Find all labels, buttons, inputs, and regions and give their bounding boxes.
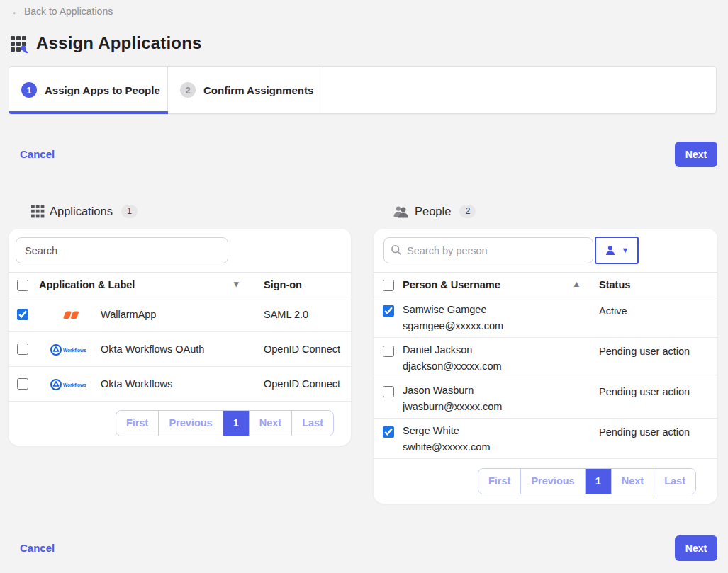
table-row[interactable]: WallarmApp SAML 2.0: [9, 297, 351, 332]
app-signon: SAML 2.0: [264, 297, 308, 332]
people-search-input[interactable]: [383, 237, 593, 263]
applications-panel: Application & Label ▾ Sign-on WallarmApp…: [9, 229, 351, 446]
applications-pagination: First Previous 1 Next Last: [9, 402, 351, 436]
app-name: WallarmApp: [101, 297, 156, 332]
person-username: swhite@xxxxx.com: [403, 441, 491, 453]
people-filter-dropdown-button[interactable]: ▼: [595, 237, 639, 264]
sort-asc-icon: ▴: [574, 278, 579, 289]
people-icon: [393, 205, 410, 218]
okta-workflows-logo-icon: Workflows: [43, 367, 101, 402]
person-status: Active: [599, 305, 627, 317]
person-status: Pending user action: [599, 346, 690, 357]
pagination-next-button[interactable]: Next: [611, 469, 654, 494]
svg-text:Workflows: Workflows: [63, 347, 86, 352]
tabbar-spacer: [323, 67, 716, 113]
pagination-page-1-button[interactable]: 1: [223, 411, 249, 436]
pagination-last-button[interactable]: Last: [654, 469, 695, 494]
tab-assign-apps-to-people[interactable]: 1 Assign Apps to People: [9, 67, 168, 113]
table-row[interactable]: Daniel Jackson djackson@xxxxx.com Pendin…: [374, 338, 717, 378]
people-select-all-checkbox[interactable]: [383, 280, 394, 291]
applications-count-badge: 1: [121, 205, 138, 218]
person-username: sgamgee@xxxxx.com: [403, 320, 503, 331]
back-link[interactable]: ← Back to Applications: [11, 6, 113, 17]
row-checkbox[interactable]: [383, 386, 394, 397]
people-section-title: People: [415, 205, 451, 218]
tab-label: Confirm Assignments: [203, 84, 313, 96]
chevron-down-icon: ▼: [622, 246, 629, 254]
people-col-status: Status: [599, 279, 630, 290]
assign-applications-icon: [10, 34, 29, 53]
person-status: Pending user action: [599, 386, 690, 397]
app-name: Okta Workflows: [101, 367, 172, 402]
person-username: djackson@xxxxx.com: [403, 361, 502, 372]
applications-col-main[interactable]: Application & Label: [39, 279, 135, 290]
applications-section-header: Applications 1: [31, 205, 138, 218]
people-section-header: People 2: [393, 205, 476, 218]
applications-col-signon: Sign-on: [264, 279, 302, 290]
people-pagination: First Previous 1 Next Last: [374, 459, 717, 494]
people-col-main[interactable]: Person & Username: [403, 279, 500, 290]
next-button-top[interactable]: Next: [675, 142, 717, 167]
applications-grid-icon: [31, 205, 45, 218]
app-name: Okta Workflows OAuth: [101, 332, 204, 367]
person-name: Jason Wasburn: [403, 385, 474, 396]
people-panel: ▼ Person & Username ▴ Status Samwise Gam…: [374, 229, 717, 504]
cancel-link-top[interactable]: Cancel: [20, 148, 55, 160]
key-icon: [21, 45, 28, 53]
person-name: Samwise Gamgee: [403, 304, 486, 315]
cancel-link-bottom[interactable]: Cancel: [20, 542, 55, 554]
table-row[interactable]: Jason Wasburn jwasburn@xxxxx.com Pending…: [374, 378, 717, 419]
app-signon: OpenID Connect: [264, 367, 340, 402]
row-checkbox[interactable]: [17, 309, 28, 320]
pagination-previous-button[interactable]: Previous: [520, 469, 584, 494]
svg-text:Workflows: Workflows: [63, 382, 86, 387]
wizard-tabbar: 1 Assign Apps to People 2 Confirm Assign…: [9, 66, 717, 114]
people-search-area: ▼: [374, 229, 717, 272]
page-title: Assign Applications: [10, 33, 202, 53]
sort-desc-icon: ▾: [234, 278, 239, 289]
pagination-previous-button[interactable]: Previous: [158, 411, 222, 436]
row-checkbox[interactable]: [17, 378, 28, 390]
wallarm-logo-icon: [43, 297, 101, 332]
step-number-badge: 2: [180, 82, 196, 98]
person-icon: [605, 245, 616, 256]
person-name: Daniel Jackson: [403, 344, 472, 356]
tab-confirm-assignments[interactable]: 2 Confirm Assignments: [168, 67, 323, 113]
pagination-next-button[interactable]: Next: [249, 411, 291, 436]
table-row[interactable]: Workflows Okta Workflows OAuth OpenID Co…: [9, 332, 351, 367]
applications-select-all-checkbox[interactable]: [17, 280, 28, 291]
pagination-page-1-button[interactable]: 1: [585, 469, 611, 494]
pagination-first-button[interactable]: First: [478, 469, 520, 494]
step-number-badge: 1: [21, 82, 37, 98]
pagination-last-button[interactable]: Last: [291, 411, 333, 436]
people-table-header: Person & Username ▴ Status: [374, 272, 717, 297]
people-count-badge: 2: [459, 205, 476, 218]
person-status: Pending user action: [599, 426, 690, 438]
pagination-first-button[interactable]: First: [116, 411, 158, 436]
table-row[interactable]: Samwise Gamgee sgamgee@xxxxx.com Active: [374, 297, 717, 338]
row-checkbox[interactable]: [383, 346, 394, 357]
person-name: Serge White: [403, 425, 459, 436]
person-username: jwasburn@xxxxx.com: [403, 401, 502, 412]
app-signon: OpenID Connect: [264, 332, 340, 367]
page-title-text: Assign Applications: [36, 33, 202, 53]
next-button-bottom[interactable]: Next: [675, 535, 717, 561]
search-icon: [391, 244, 402, 256]
applications-section-title: Applications: [50, 205, 113, 218]
table-row[interactable]: Workflows Okta Workflows OpenID Connect: [9, 367, 351, 402]
table-row[interactable]: Serge White swhite@xxxxx.com Pending use…: [374, 419, 717, 459]
applications-search-area: [9, 229, 351, 272]
tab-label: Assign Apps to People: [45, 84, 160, 96]
applications-search-input[interactable]: [16, 237, 228, 263]
row-checkbox[interactable]: [383, 305, 394, 317]
okta-workflows-logo-icon: Workflows: [43, 332, 101, 367]
row-checkbox[interactable]: [17, 344, 28, 355]
applications-table-header: Application & Label ▾ Sign-on: [9, 272, 351, 297]
row-checkbox[interactable]: [383, 426, 394, 438]
